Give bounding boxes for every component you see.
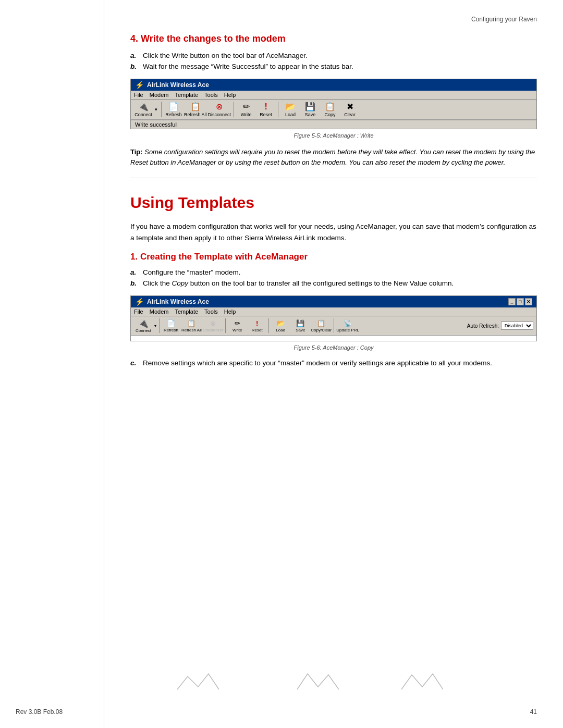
refreshall-button[interactable]: 📋 Refresh All (184, 102, 207, 117)
screenshot1-status: Write successful (131, 120, 536, 129)
header-text: Configuring your Raven (471, 16, 537, 23)
ace-icon: ⚡ (135, 81, 144, 89)
tip-text: Some configuration settings will require… (130, 148, 535, 166)
menu2-help[interactable]: Help (224, 309, 236, 315)
screenshot2-titlebar: ⚡ AirLink Wireless Ace _ □ ✕ (131, 296, 536, 307)
screenshot1-titlebar: ⚡ AirLink Wireless Ace (131, 79, 536, 91)
step-1c: c. Remove settings which are specific to… (130, 359, 537, 367)
step-1b: b. Click the Copy button on the tool bar… (130, 279, 537, 287)
updateprl-button[interactable]: 📡 Update PRL (336, 319, 359, 332)
screenshot1-box: ⚡ AirLink Wireless Ace File Modem Templa… (130, 79, 537, 129)
refresh2-button[interactable]: 📄 Refresh (162, 319, 180, 332)
refreshall2-label: Refresh All (181, 328, 202, 332)
auto-refresh-select[interactable]: Disabled 5 sec 10 sec (501, 322, 533, 330)
step-1a-text: Configure the “master” modem. (143, 268, 537, 276)
page-header: Configuring your Raven (130, 16, 537, 23)
screenshot1-menubar: File Modem Template Tools Help (131, 91, 536, 100)
clear-icon: ✖ (347, 102, 353, 112)
step-1a-letter: a. (130, 268, 143, 276)
section4-heading: 4. Write the changes to the modem (130, 33, 537, 44)
disconnect2-button[interactable]: ⊗ Disconnect (203, 319, 224, 332)
tip-label: Tip: (130, 148, 143, 156)
step-1b-letter: b. (130, 279, 143, 287)
creating-steps: a. Configure the “master” modem. b. Clic… (130, 268, 537, 287)
menu2-tools[interactable]: Tools (204, 309, 218, 315)
refresh2-label: Refresh (164, 328, 178, 332)
screenshot2-content (131, 336, 536, 341)
write2-button[interactable]: ✏ Write (228, 319, 247, 332)
step-c-list: c. Remove settings which are specific to… (130, 359, 537, 367)
save2-button[interactable]: 💾 Save (291, 319, 310, 332)
screenshot2-toolbar: 🔌 Connect ▾ 📄 Refresh 📋 Refresh All ⊗ Di… (131, 316, 536, 336)
load-label: Load (285, 112, 296, 117)
save2-icon: 💾 (296, 319, 304, 328)
close-button[interactable]: ✕ (525, 298, 532, 305)
menu-help[interactable]: Help (224, 92, 236, 98)
copy-button[interactable]: 📋 Copy (321, 102, 339, 117)
sep4 (334, 318, 334, 333)
screenshot2-menubar: File Modem Template Tools Help (131, 307, 536, 316)
copyclear-button[interactable]: 📋 Copy/Clear (311, 319, 332, 332)
save-button[interactable]: 💾 Save (301, 102, 320, 117)
titlebar-left: ⚡ AirLink Wireless Ace (135, 298, 209, 306)
page-footer: Rev 3.0B Feb.08 41 (0, 708, 563, 715)
write-label: Write (241, 112, 252, 117)
main-content: Configuring your Raven 4. Write the chan… (104, 0, 563, 728)
menu-tools[interactable]: Tools (204, 92, 218, 98)
menu-file[interactable]: File (134, 92, 143, 98)
step-4a-text: Click the Write button on the tool bar o… (143, 52, 537, 59)
footer-left: Rev 3.0B Feb.08 (16, 708, 63, 715)
sep2 (225, 318, 226, 333)
using-templates-heading: Using Templates (130, 194, 537, 212)
titlebar-controls: _ □ ✕ (508, 298, 532, 305)
step-4b-text: Wait for the message “Write Successful” … (143, 63, 537, 70)
clear-button[interactable]: ✖ Clear (340, 102, 359, 117)
save-label: Save (305, 112, 316, 117)
section-rule (130, 178, 537, 178)
updateprl-label: Update PRL (336, 328, 359, 332)
refresh2-icon: 📄 (167, 319, 175, 328)
divider2 (234, 102, 234, 117)
clear-label: Clear (344, 112, 356, 117)
dropdown-arrow: ▾ (154, 107, 158, 112)
step-1c-text: Remove settings which are specific to yo… (143, 359, 537, 367)
creating-heading: 1. Creating the Template with AceManager (130, 252, 537, 262)
restore-button[interactable]: □ (517, 298, 524, 305)
load2-icon: 📂 (276, 319, 285, 328)
menu-template[interactable]: Template (175, 92, 198, 98)
copyclear-icon: 📋 (317, 319, 325, 328)
reset2-button[interactable]: ! Reset (248, 319, 266, 332)
save2-label: Save (296, 328, 305, 332)
refresh-label: Refresh (165, 112, 182, 117)
menu2-file[interactable]: File (134, 309, 143, 315)
decorative-waves (78, 669, 443, 695)
menu2-modem[interactable]: Modem (150, 309, 169, 315)
save-icon: 💾 (305, 102, 315, 112)
connect-button[interactable]: 🔌 Connect (134, 102, 153, 117)
figure-caption-1: Figure 5-5: AceManager : Write (130, 132, 537, 139)
menu2-template[interactable]: Template (175, 309, 198, 315)
connect2-label: Connect (136, 328, 151, 333)
disconnect-label: Disconnect (208, 112, 231, 117)
refresh-button[interactable]: 📄 Refresh (164, 102, 183, 117)
refreshall-icon: 📋 (190, 102, 201, 112)
minimize-button[interactable]: _ (508, 298, 516, 305)
disconnect-button[interactable]: ⊗ Disconnect (208, 102, 231, 117)
load-button[interactable]: 📂 Load (281, 102, 300, 117)
refreshall2-button[interactable]: 📋 Refresh All (181, 319, 202, 332)
screenshot1-toolbar: 🔌 Connect ▾ 📄 Refresh 📋 Refresh All ⊗ Di… (131, 100, 536, 120)
reset2-icon: ! (256, 319, 258, 328)
load2-button[interactable]: 📂 Load (271, 319, 290, 332)
using-templates-intro: If you have a modem configuration that w… (130, 221, 537, 243)
reset-button[interactable]: ! Reset (256, 102, 275, 117)
connect2-button[interactable]: 🔌 Connect (134, 318, 153, 333)
figure-caption-2: Figure 5-6: AceManager : Copy (130, 344, 537, 351)
menu-modem[interactable]: Modem (150, 92, 169, 98)
disconnect2-label: Disconnect (203, 328, 224, 332)
refreshall-label: Refresh All (184, 112, 207, 117)
auto-refresh-area: Auto Refresh: Disabled 5 sec 10 sec (467, 322, 533, 330)
status-text: Write successful (135, 121, 177, 128)
write-button[interactable]: ✏ Write (237, 102, 255, 117)
step-4a: a. Click the Write button on the tool ba… (130, 52, 537, 59)
footer-right: 41 (530, 708, 537, 715)
